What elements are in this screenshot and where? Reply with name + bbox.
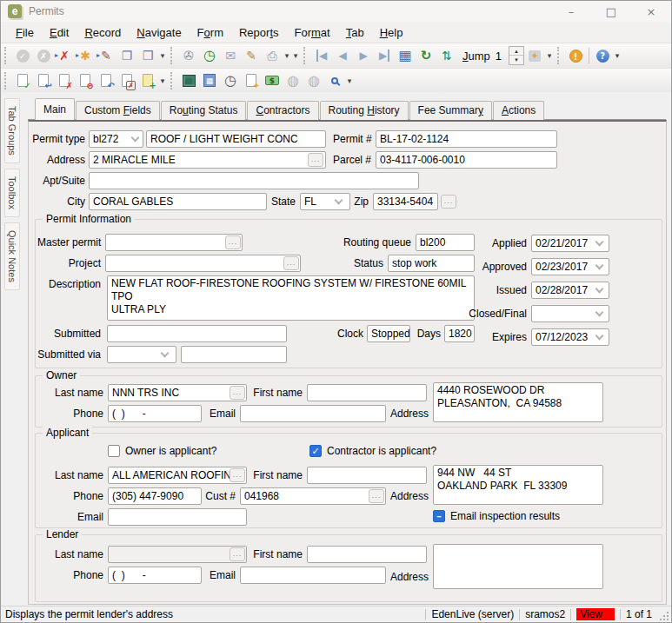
attachments-button[interactable]: ✇ (178, 45, 199, 66)
tab-routing-status[interactable]: Routing Status (161, 101, 247, 120)
last-record-button[interactable]: ▶ (374, 45, 395, 66)
jump-label[interactable]: Jump (462, 50, 490, 63)
remove-document-button[interactable]: ⊖ (75, 70, 96, 91)
sort-button[interactable]: ⇅ (436, 45, 457, 66)
close-button[interactable]: × (631, 1, 671, 22)
reject-document-button[interactable]: ✗ (54, 70, 75, 91)
contractor-is-applicant-checkbox[interactable]: ✓ (309, 445, 322, 457)
clock-field[interactable]: Stopped (367, 325, 410, 342)
group-overflow-button[interactable]: ▾ (291, 51, 300, 60)
applicant-last-name-field[interactable]: ALL AMERICAN ROOFING I (108, 467, 247, 484)
toolbar-grip[interactable] (557, 47, 561, 64)
refresh-button[interactable]: ↻ (416, 45, 436, 66)
owner-last-name-browse-button[interactable]: ... (230, 386, 245, 400)
print-button[interactable]: ⎙ (262, 45, 283, 66)
zip-field[interactable]: 33134-5404 (373, 193, 438, 210)
menu-record[interactable]: Record (77, 23, 129, 42)
spin-up-button[interactable]: ▲ (509, 47, 523, 56)
submitted-field[interactable] (107, 325, 287, 342)
applicant-email-field[interactable] (108, 508, 247, 526)
submitted-via-field[interactable] (181, 346, 287, 363)
help-button[interactable]: ? (592, 45, 613, 66)
calculator-button[interactable]: ▦ (199, 70, 220, 91)
toolbar-grip[interactable] (4, 72, 8, 89)
add-note-button[interactable]: + (137, 70, 158, 91)
approve-document-button[interactable]: ✓ (12, 70, 33, 91)
web-link-1-button[interactable]: ◍ (283, 70, 303, 91)
side-tab-toolbox[interactable]: Toolbox (4, 169, 20, 217)
tab-actions[interactable]: Actions (493, 101, 544, 120)
help-dropdown-button[interactable]: ▾ (613, 51, 622, 60)
copy-special-button[interactable]: ✦ (241, 70, 262, 91)
print-dropdown-button[interactable]: ▾ (283, 51, 291, 60)
toolbar-grip[interactable] (303, 47, 307, 64)
time-clock-button[interactable]: ◷ (220, 70, 241, 91)
applicant-address-box[interactable]: 944 NW 44 ST OAKLAND PARK FL 33309 (433, 465, 603, 505)
fees-button[interactable]: $ (262, 70, 283, 91)
zip-browse-button[interactable]: ... (441, 195, 456, 209)
edit-record-button[interactable]: ▸✎ (96, 45, 116, 66)
delete-document-button[interactable]: ✗ (116, 70, 137, 91)
owner-first-name-field[interactable] (307, 384, 427, 401)
permit-type-desc-field[interactable]: ROOF / LIGHT WEIGHT CONC (146, 130, 326, 148)
history-button[interactable]: ◷ (199, 45, 220, 66)
lender-last-name-field[interactable] (108, 546, 247, 563)
toolbar-grip[interactable] (170, 72, 174, 89)
mail-button[interactable]: ✉ (220, 45, 241, 66)
spin-down-button[interactable]: ▼ (509, 56, 523, 64)
master-permit-browse-button[interactable]: ... (225, 235, 241, 249)
applicant-cust-no-field[interactable]: 041968 (240, 487, 386, 505)
sign-button[interactable]: ✎ (241, 45, 262, 66)
address-browse-button[interactable]: ... (308, 153, 323, 167)
new-record-button[interactable]: ▸✱ (75, 45, 96, 66)
minimize-button[interactable]: – (551, 1, 591, 22)
master-permit-field[interactable] (105, 234, 243, 251)
lender-first-name-field[interactable] (307, 546, 427, 563)
clear-stamp-button[interactable]: ✦ (524, 45, 545, 66)
state-combo[interactable]: FL (300, 193, 350, 210)
owner-is-applicant-checkbox[interactable] (108, 445, 120, 457)
side-tab-quick-notes[interactable]: Quick Notes (4, 222, 20, 290)
browse-grid-button[interactable]: ▦ (395, 45, 416, 66)
alerts-button[interactable]: ! (565, 45, 586, 66)
applicant-last-name-browse-button[interactable]: ... (230, 468, 245, 482)
undo-document-button[interactable]: ↶ (96, 70, 116, 91)
parcel-no-field[interactable]: 03-4117-006-0010 (376, 151, 557, 169)
address-field[interactable]: 2 MIRACLE MILE (89, 151, 326, 169)
person-search-button[interactable] (324, 70, 345, 91)
owner-phone-field[interactable]: ( ) - (108, 405, 202, 422)
project-browse-button[interactable]: ... (283, 256, 299, 270)
lender-email-field[interactable] (240, 567, 386, 584)
applicant-cust-no-browse-button[interactable]: ... (369, 489, 384, 503)
previous-record-button[interactable]: ◀ (332, 45, 353, 66)
email-inspection-results-checkbox[interactable]: – (433, 510, 445, 522)
resize-grip[interactable] (659, 611, 669, 621)
copy-button[interactable]: ❐ (116, 45, 137, 66)
apt-suite-field[interactable] (89, 172, 419, 189)
toolbar-grip[interactable] (170, 47, 174, 64)
toolbar-grip[interactable] (4, 47, 8, 64)
menu-tab[interactable]: Tab (338, 23, 372, 42)
permit-no-field[interactable]: BL-17-02-1124 (376, 130, 557, 148)
tab-contractors[interactable]: Contractors (247, 101, 318, 120)
side-tab-tab-groups[interactable]: Tab Groups (4, 98, 20, 163)
lender-last-name-browse-button[interactable]: ... (230, 547, 245, 561)
group-overflow-button[interactable]: ▾ (158, 76, 167, 85)
lender-phone-field[interactable]: ( ) - (108, 567, 202, 584)
tab-fee-summary[interactable]: Fee Summary (409, 101, 492, 120)
group-overflow-button[interactable]: ▾ (158, 51, 167, 60)
menu-navigate[interactable]: Navigate (129, 23, 189, 42)
group-overflow-button[interactable]: ▾ (545, 51, 554, 60)
first-record-button[interactable]: ◀ (311, 45, 332, 66)
paste-special-button[interactable]: ❒ (137, 45, 158, 66)
lender-address-box[interactable] (433, 544, 603, 589)
city-field[interactable]: CORAL GABLES (89, 193, 267, 210)
applicant-phone-field[interactable]: (305) 447-9090 (108, 487, 202, 505)
jump-value[interactable]: 1 (496, 50, 502, 63)
next-record-button[interactable]: ▶ (353, 45, 374, 66)
menu-format[interactable]: Format (287, 23, 338, 42)
tab-routing-history[interactable]: Routing History (320, 101, 409, 120)
menu-file[interactable]: File (8, 23, 42, 42)
menu-edit[interactable]: Edit (42, 23, 77, 42)
project-field[interactable] (105, 255, 301, 272)
